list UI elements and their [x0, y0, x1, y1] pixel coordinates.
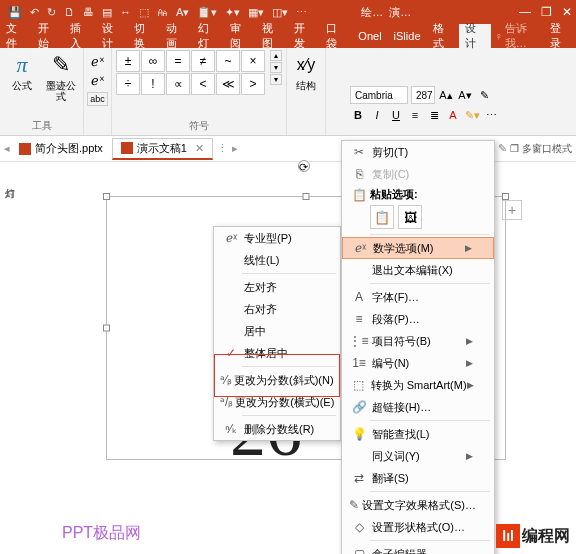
- tab-pocket[interactable]: 口袋: [320, 24, 352, 48]
- minimize-button[interactable]: —: [519, 5, 531, 19]
- underline-button[interactable]: U: [388, 107, 404, 123]
- qat-icon[interactable]: ◫▾: [272, 6, 288, 19]
- login-button[interactable]: 登录: [544, 21, 576, 51]
- menu-item-center-all[interactable]: ✓ 整体居中: [214, 342, 340, 364]
- tab-view[interactable]: 视图: [256, 24, 288, 48]
- rotate-handle[interactable]: ⟳: [298, 160, 310, 172]
- highlight-icon[interactable]: ✎▾: [464, 107, 480, 123]
- tab-design[interactable]: 设计: [96, 24, 128, 48]
- font-color-icon[interactable]: A: [445, 107, 461, 123]
- symbol-more[interactable]: ▾: [270, 74, 282, 85]
- doc-tab-active[interactable]: 演示文稿1 ✕: [112, 138, 213, 160]
- tab-animation[interactable]: 动画: [160, 24, 192, 48]
- menu-item-box-editor[interactable]: ▢ 盒子编辑器: [342, 543, 494, 554]
- menu-item-numbering[interactable]: 1≡ 编号(N) ▶: [342, 352, 494, 374]
- doc-tabs-next[interactable]: ▸: [232, 142, 238, 155]
- convert-icon[interactable]: ℯˣ: [91, 73, 105, 88]
- doc-tab-more[interactable]: ⋮: [213, 142, 232, 155]
- font-color-icon[interactable]: A▾: [176, 6, 189, 19]
- menu-item-cut[interactable]: ✂ 剪切(T): [342, 141, 494, 163]
- symbol-button[interactable]: ~: [216, 50, 240, 72]
- menu-item-align-right[interactable]: 右对齐: [214, 298, 340, 320]
- symbol-button[interactable]: ≠: [191, 50, 215, 72]
- font-name-combo[interactable]: Cambria: [350, 86, 408, 104]
- menu-item-font[interactable]: A 字体(F)…: [342, 286, 494, 308]
- restore-button[interactable]: ❐: [541, 5, 552, 19]
- qat-icon[interactable]: 🗋: [64, 6, 75, 19]
- italic-button[interactable]: I: [369, 107, 385, 123]
- menu-item-professional[interactable]: ℯᵡ 专业型(P): [214, 227, 340, 249]
- tab-file[interactable]: 文件: [0, 24, 32, 48]
- tab-developer[interactable]: 开发: [288, 24, 320, 48]
- tab-format[interactable]: 格式: [427, 24, 459, 48]
- tab-review[interactable]: 审阅: [224, 24, 256, 48]
- menu-item-remove-fraction[interactable]: ⁿ⁄ₖ 删除分数线(R): [214, 418, 340, 440]
- menu-item-center[interactable]: 居中: [214, 320, 340, 342]
- resize-handle[interactable]: [502, 193, 509, 200]
- doc-tab[interactable]: 简介头图.pptx: [10, 138, 112, 159]
- menu-item-translate[interactable]: ⇄ 翻译(S): [342, 467, 494, 489]
- grow-font-icon[interactable]: A▴: [438, 87, 454, 103]
- qat-more-icon[interactable]: ⋯: [296, 6, 307, 19]
- tab-onekey[interactable]: Onel: [352, 24, 387, 48]
- tab-design2[interactable]: 设计: [459, 24, 491, 48]
- close-tab-icon[interactable]: ✕: [195, 142, 204, 155]
- menu-item-hyperlink[interactable]: 🔗 超链接(H)…: [342, 396, 494, 418]
- font-size-combo[interactable]: 287: [411, 86, 435, 104]
- menu-item-align-left[interactable]: 左对齐: [214, 276, 340, 298]
- paste-option-picture[interactable]: 🖼: [398, 205, 422, 229]
- ink-equation-button[interactable]: ✎ 墨迹公式: [43, 50, 79, 102]
- symbol-button[interactable]: ∝: [166, 73, 190, 95]
- symbol-scroll-up[interactable]: ▴: [270, 50, 282, 61]
- symbol-button[interactable]: ±: [116, 50, 140, 72]
- menu-item-smart-lookup[interactable]: 💡 智能查找(L): [342, 423, 494, 445]
- paste-option-keep-source[interactable]: 📋: [370, 205, 394, 229]
- qat-icon[interactable]: ▤: [102, 6, 112, 19]
- qat-icon[interactable]: ⬚: [139, 6, 149, 19]
- save-icon[interactable]: 💾: [8, 6, 22, 19]
- menu-item-bullets[interactable]: ⋮≡ 项目符号(B) ▶: [342, 330, 494, 352]
- tab-insert[interactable]: 插入: [64, 24, 96, 48]
- align-button[interactable]: ≡: [407, 107, 423, 123]
- close-button[interactable]: ✕: [562, 5, 572, 19]
- tell-me-search[interactable]: ♀ 告诉我…: [495, 21, 544, 51]
- format-painter-icon[interactable]: ✎: [476, 87, 492, 103]
- resize-handle[interactable]: [103, 325, 110, 332]
- symbol-button[interactable]: ≪: [216, 73, 240, 95]
- shrink-font-icon[interactable]: A▾: [457, 87, 473, 103]
- symbol-button[interactable]: !: [141, 73, 165, 95]
- qat-icon[interactable]: ✦▾: [225, 6, 240, 19]
- equation-button[interactable]: π 公式: [4, 50, 40, 91]
- bold-button[interactable]: B: [350, 107, 366, 123]
- toolbar-icon[interactable]: ✎: [495, 142, 510, 155]
- symbol-button[interactable]: <: [191, 73, 215, 95]
- structure-button[interactable]: x⁄y 结构: [291, 50, 321, 91]
- menu-item-linear[interactable]: 线性(L): [214, 249, 340, 271]
- menu-item-fraction-slash[interactable]: ᵃ⁄ᵦ 更改为分数(斜式)(N): [214, 369, 340, 391]
- tab-islide[interactable]: iSlide: [388, 24, 427, 48]
- undo-icon[interactable]: ↶: [30, 6, 39, 19]
- add-element-button[interactable]: +: [502, 200, 522, 220]
- menu-item-convert-smartart[interactable]: ⬚ 转换为 SmartArt(M) ▶: [342, 374, 494, 396]
- qat-icon[interactable]: 📋▾: [197, 6, 217, 19]
- qat-icon[interactable]: 🖶: [83, 6, 94, 19]
- redo-icon[interactable]: ↻: [47, 6, 56, 19]
- menu-item-synonyms[interactable]: 同义词(Y) ▶: [342, 445, 494, 467]
- menu-item-math-options[interactable]: ℯᵡ 数学选项(M) ▶: [342, 237, 494, 259]
- tab-slideshow[interactable]: 幻灯: [192, 24, 224, 48]
- menu-item-text-effects[interactable]: ✎ 设置文字效果格式(S)…: [342, 494, 494, 516]
- multi-window-toggle[interactable]: ❐ 多窗口模式: [510, 142, 572, 156]
- symbol-scroll-down[interactable]: ▾: [270, 62, 282, 73]
- menu-item-shape-format[interactable]: ◇ 设置形状格式(O)…: [342, 516, 494, 538]
- menu-item-paragraph[interactable]: ≡ 段落(P)…: [342, 308, 494, 330]
- symbol-button[interactable]: ÷: [116, 73, 140, 95]
- align-button[interactable]: ≣: [426, 107, 442, 123]
- symbol-button[interactable]: ×: [241, 50, 265, 72]
- abc-label[interactable]: abc: [87, 92, 108, 106]
- resize-handle[interactable]: [103, 193, 110, 200]
- menu-item-exit-text-edit[interactable]: 退出文本编辑(X): [342, 259, 494, 281]
- menu-item-fraction-horiz[interactable]: ᵃ/ᵦ 更改为分数(横式)(E): [214, 391, 340, 413]
- more-icon[interactable]: ⋯: [483, 107, 499, 123]
- qat-icon[interactable]: ↔: [120, 6, 131, 19]
- symbol-button[interactable]: ∞: [141, 50, 165, 72]
